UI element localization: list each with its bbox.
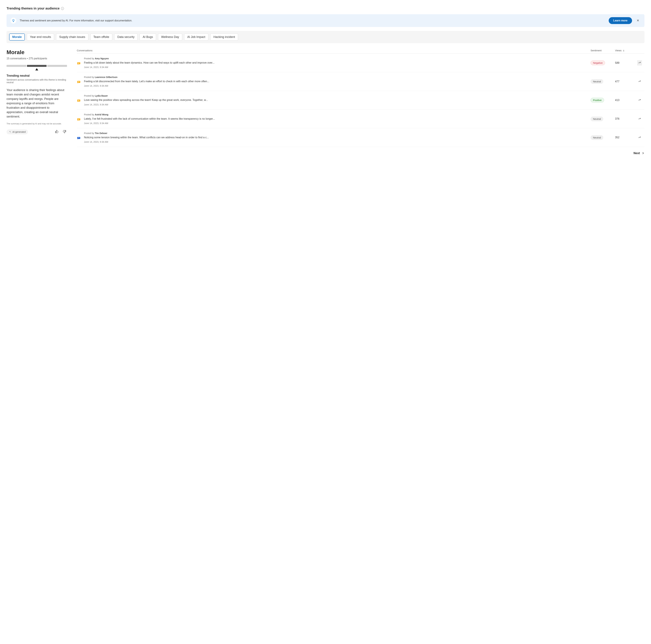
col-header-sentiment[interactable]: Sentiment [591, 49, 615, 52]
summary-disclaimer: The summary is generated by AI and may n… [6, 122, 67, 125]
ai-banner: Themes and sentiment are powered by AI. … [6, 14, 645, 27]
conversation-timestamp: June 14, 2023, 9:34 AM [84, 85, 587, 87]
sentiment-segment-positive [47, 65, 67, 67]
posted-by: Posted by Lawrence Gilbertson [84, 76, 587, 79]
ai-banner-text: Themes and sentiment are powered by AI. … [20, 19, 606, 22]
learn-more-button[interactable]: Learn more [609, 17, 632, 24]
col-header-conversations[interactable]: Conversations [77, 49, 591, 52]
table-row[interactable]: Posted by Amy NguyenFeeling a bit down l… [77, 54, 645, 72]
theme-pill-data-security[interactable]: Data security [114, 33, 137, 40]
open-trend-button[interactable] [637, 60, 642, 65]
conversation-snippet: Love seeing the positive vibes spreading… [84, 98, 587, 102]
svg-rect-5 [78, 82, 79, 82]
table-row[interactable]: ?Posted by Tim DeboerNoticing some tensi… [77, 128, 645, 147]
thumbs-up-button[interactable] [54, 129, 59, 134]
next-label: Next [633, 152, 640, 155]
svg-rect-4 [78, 82, 80, 82]
thumbs-up-icon [55, 130, 59, 133]
open-trend-button[interactable] [637, 116, 642, 122]
chat-post-icon [77, 80, 82, 85]
svg-rect-6 [77, 99, 80, 101]
chat-post-icon [77, 118, 82, 122]
chat-post-icon [77, 99, 82, 103]
summary-body: Your audience is sharing their feelings … [6, 88, 67, 119]
posted-by: Posted by Amy Nguyen [84, 57, 587, 60]
ai-generated-badge: AI-generated [6, 129, 28, 134]
posted-by: Posted by Lydia Bauer [84, 94, 587, 97]
chat-post-icon [77, 61, 82, 66]
themes-bar: MoraleYear end resultsSupply chain issue… [6, 31, 645, 43]
svg-rect-7 [78, 100, 80, 100]
theme-pill-wellness-day[interactable]: Wellness Day [158, 33, 182, 40]
conversation-timestamp: June 14, 2023, 9:34 AM [84, 141, 587, 143]
views-count: 477 [615, 80, 635, 83]
sentiment-marker-icon [35, 68, 38, 70]
theme-pill-ai-job-impact[interactable]: AI Job Impact [184, 33, 208, 40]
author-name: Tim Deboer [95, 132, 107, 134]
open-trend-button[interactable] [637, 79, 642, 84]
sentiment-badge: Neutral [591, 79, 603, 84]
table-row[interactable]: Posted by Lawrence GilbertsonFeeling a b… [77, 72, 645, 91]
svg-rect-1 [78, 63, 80, 63]
close-icon [636, 19, 640, 22]
lightbulb-icon [12, 19, 15, 22]
svg-rect-8 [78, 101, 79, 101]
posted-by: Posted by Astrid Wong [84, 113, 587, 116]
sentiment-badge: Positive [591, 98, 604, 102]
col-header-views-label: Views [615, 49, 622, 52]
table-row[interactable]: Posted by Lydia BauerLove seeing the pos… [77, 91, 645, 110]
info-icon[interactable]: i [61, 7, 64, 10]
conversation-timestamp: June 14, 2023, 9:34 AM [84, 103, 587, 106]
conversation-timestamp: June 14, 2023, 9:34 AM [84, 122, 587, 125]
conversation-snippet: Noticing some tension brewing within the… [84, 135, 587, 139]
theme-pill-supply-chain-issues[interactable]: Supply chain issues [56, 33, 88, 40]
sparkle-icon [9, 131, 11, 133]
thumbs-down-icon [63, 130, 66, 133]
author-name: Lydia Bauer [95, 94, 108, 97]
chevron-right-icon [642, 152, 645, 155]
open-trend-button[interactable] [637, 97, 642, 103]
theme-pill-team-offsite[interactable]: Team offsite [90, 33, 113, 40]
svg-rect-11 [78, 119, 79, 120]
views-count: 589 [615, 61, 635, 64]
theme-pill-morale[interactable]: Morale [9, 33, 25, 40]
svg-rect-0 [77, 62, 80, 64]
svg-rect-9 [77, 118, 80, 120]
conversation-snippet: Feeling a bit disconnected from the team… [84, 80, 587, 83]
author-name: Astrid Wong [95, 113, 108, 116]
close-banner-button[interactable] [635, 18, 641, 24]
theme-summary-panel: Morale 15 conversations • 275 participan… [6, 49, 67, 134]
table-row[interactable]: Posted by Astrid WongLately, I've felt f… [77, 110, 645, 128]
page-title: Trending themes in your audience [6, 6, 60, 10]
sentiment-segment-neutral [27, 65, 47, 67]
theme-pill-ai-bugs[interactable]: AI Bugs [140, 33, 156, 40]
thumbs-down-button[interactable] [62, 129, 67, 134]
question-post-icon: ? [77, 136, 82, 141]
selected-theme-name: Morale [6, 49, 67, 55]
selected-theme-stats: 15 conversations • 275 participants [6, 57, 67, 60]
conversation-timestamp: June 14, 2023, 9:34 AM [84, 66, 587, 68]
views-count: 413 [615, 99, 635, 102]
sentiment-segment-negative [6, 65, 26, 67]
ai-banner-icon-wrap [10, 18, 16, 24]
open-trend-button[interactable] [637, 135, 642, 140]
sentiment-bar [6, 65, 67, 70]
sentiment-badge: Neutral [591, 117, 603, 121]
trending-subtext: Sentiment across conversations with this… [6, 79, 67, 84]
next-page-button[interactable]: Next [633, 152, 645, 155]
author-name: Lawrence Gilbertson [95, 76, 117, 79]
ai-badge-label: AI-generated [12, 131, 26, 133]
svg-text:?: ? [78, 137, 79, 139]
posted-by: Posted by Tim Deboer [84, 132, 587, 134]
col-header-views[interactable]: Views [615, 49, 635, 52]
views-count: 352 [615, 136, 635, 139]
sentiment-badge: Neutral [591, 135, 603, 140]
trending-label: Trending neutral [6, 74, 67, 78]
theme-pill-hacking-incident[interactable]: Hacking incident [210, 33, 238, 40]
conversation-snippet: Feeling a bit down lately about the team… [84, 61, 587, 65]
views-count: 376 [615, 117, 635, 120]
author-name: Amy Nguyen [95, 57, 109, 60]
theme-pill-year-end-results[interactable]: Year end results [27, 33, 54, 40]
svg-rect-2 [78, 63, 79, 64]
conversation-snippet: Lately, I've felt frustrated with the la… [84, 117, 587, 121]
